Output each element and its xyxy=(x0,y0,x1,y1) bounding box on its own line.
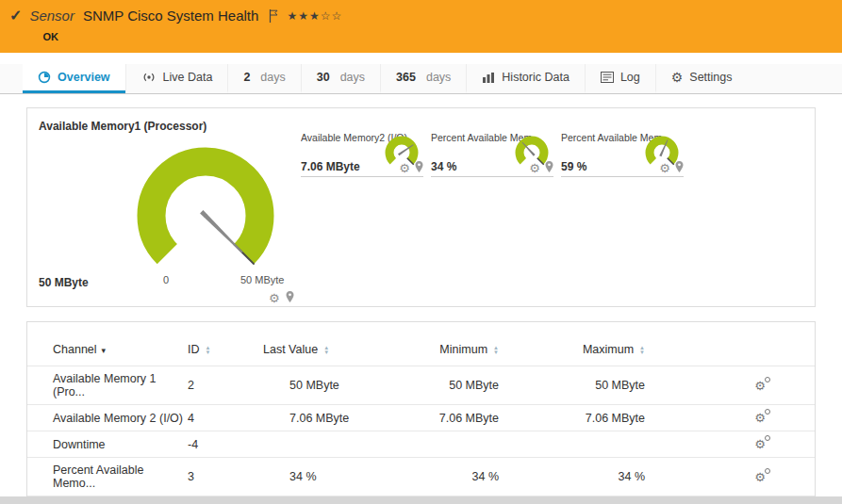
gauge-available-memory2: Available Memory2 (I/O) 7.06 MByte ⚙ xyxy=(301,132,423,177)
prtg-sensor-page: ✓ Sensor SNMP Cisco System Health ★★★☆☆ … xyxy=(0,0,842,504)
sort-icon: ▲▼ xyxy=(493,346,499,355)
channel-id: 4 xyxy=(188,405,263,431)
channel-id: 2 xyxy=(188,366,263,405)
col-label: Minimum xyxy=(439,343,487,356)
tab-historic-data[interactable]: Historic Data xyxy=(466,64,585,93)
stars-filled: ★★★ xyxy=(287,9,320,23)
gauge-value: 34 % xyxy=(431,160,456,173)
channel-settings-gear-icon[interactable]: ⚙ xyxy=(754,470,766,484)
tab-unit: days xyxy=(260,71,285,84)
col-header-maximum[interactable]: Maximum▲▼ xyxy=(499,322,645,366)
channel-id: 3 xyxy=(188,458,263,496)
gauge-scale-max: 50 MByte xyxy=(240,274,284,285)
col-label: Channel xyxy=(53,343,97,356)
sort-icon: ▲▼ xyxy=(323,346,329,355)
col-header-id[interactable]: ID▲▼ xyxy=(188,322,263,366)
bar-chart-icon xyxy=(482,72,495,84)
tab-unit: days xyxy=(426,71,451,84)
channel-minimum xyxy=(376,431,499,458)
sort-desc-icon: ▾ xyxy=(102,346,107,355)
col-header-channel[interactable]: Channel▾ xyxy=(27,322,188,366)
channel-name[interactable]: Downtime xyxy=(27,431,188,458)
tab-365-days[interactable]: 365 days xyxy=(380,64,466,93)
tab-live-data[interactable]: Live Data xyxy=(125,64,228,93)
gauge-settings-gear-icon[interactable]: ⚙ xyxy=(399,162,410,174)
bottom-scroll-strip[interactable] xyxy=(0,496,842,504)
tab-label: Settings xyxy=(689,71,732,84)
tab-log[interactable]: Log xyxy=(585,64,655,93)
channel-name[interactable]: Percent Available Memo... xyxy=(27,458,188,496)
col-header-minimum[interactable]: Minimum▲▼ xyxy=(376,322,499,366)
tab-num: 30 xyxy=(317,71,330,84)
tab-num: 2 xyxy=(243,71,250,84)
channel-maximum: 34 % xyxy=(499,458,645,496)
live-data-icon xyxy=(141,71,157,84)
channel-maximum xyxy=(499,431,645,458)
channel-last-value: 50 MByte xyxy=(263,366,376,405)
flag-icon[interactable] xyxy=(269,9,278,23)
table-row: Percent Available Memo... 3 34 % 34 % 34… xyxy=(27,458,815,496)
sensor-title: SNMP Cisco System Health xyxy=(83,8,258,24)
tab-overview[interactable]: Overview xyxy=(23,64,125,93)
sort-icon: ▲▼ xyxy=(639,346,645,355)
gauge-pin-icon[interactable] xyxy=(675,159,684,176)
gauge-available-memory1: Available Memory1 (Processor) 0 50 MByte… xyxy=(37,118,297,297)
gauge-percent-available-memory-1: Percent Available Mem... 34 % ⚙ xyxy=(431,132,553,177)
sensor-header: ✓ Sensor SNMP Cisco System Health ★★★☆☆ … xyxy=(0,0,842,53)
log-list-icon xyxy=(601,72,614,83)
tab-label: Overview xyxy=(58,71,110,84)
channel-maximum: 7.06 MByte xyxy=(499,405,645,431)
gauge-percent-available-memory-2: Percent Available Mem... 59 % ⚙ xyxy=(561,132,684,177)
gauge-title: Available Memory1 (Processor) xyxy=(39,120,206,133)
table-header-row: Channel▾ ID▲▼ Last Value▲▼ Minimum▲▼ Max… xyxy=(27,322,815,366)
gauge-needle xyxy=(200,210,244,254)
tab-num: 365 xyxy=(396,71,416,84)
col-label: ID xyxy=(188,343,200,356)
tab-30-days[interactable]: 30 days xyxy=(301,64,380,93)
gauge-settings-gear-icon[interactable]: ⚙ xyxy=(659,162,670,174)
table-row: Available Memory 2 (I/O) 4 7.06 MByte 7.… xyxy=(27,405,815,431)
gauge-value: 59 % xyxy=(561,160,586,173)
table-row: Downtime -4 ⚙ xyxy=(27,431,815,458)
gauge-settings-gear-icon[interactable]: ⚙ xyxy=(269,292,280,304)
channel-last-value: 7.06 MByte xyxy=(263,405,376,431)
tab-bar: Overview Live Data 2 days 30 days 365 da… xyxy=(0,64,842,94)
header-main: Sensor SNMP Cisco System Health ★★★☆☆ OK xyxy=(29,8,342,42)
gauge-settings-gear-icon[interactable]: ⚙ xyxy=(529,162,540,174)
tab-label: Historic Data xyxy=(502,71,570,84)
gauge-pin-icon[interactable] xyxy=(286,289,294,306)
gear-icon: ⚙ xyxy=(671,71,684,84)
channel-id: -4 xyxy=(188,431,263,458)
tab-label: Live Data xyxy=(163,71,213,84)
channel-last-value: 34 % xyxy=(263,458,376,496)
stars-empty: ☆☆ xyxy=(321,9,343,23)
channels-table: Channel▾ ID▲▼ Last Value▲▼ Minimum▲▼ Max… xyxy=(27,322,815,504)
tab-label: Log xyxy=(620,71,640,84)
channel-minimum: 7.06 MByte xyxy=(376,405,499,431)
tab-2-days[interactable]: 2 days xyxy=(227,64,300,93)
gauge-pin-icon[interactable] xyxy=(545,159,553,176)
channel-settings-gear-icon[interactable]: ⚙ xyxy=(754,437,766,451)
channel-settings-gear-icon[interactable]: ⚙ xyxy=(754,411,766,425)
table-row: Available Memory 1 (Pro... 2 50 MByte 50… xyxy=(27,366,815,405)
priority-stars[interactable]: ★★★☆☆ xyxy=(287,9,342,23)
channel-name[interactable]: Available Memory 1 (Pro... xyxy=(27,366,188,405)
gauge-value: 7.06 MByte xyxy=(301,160,360,173)
channel-maximum: 50 MByte xyxy=(499,366,645,405)
col-header-last-value[interactable]: Last Value▲▼ xyxy=(263,322,376,366)
col-label: Maximum xyxy=(583,343,634,356)
sensor-kind-label: Sensor xyxy=(29,8,74,24)
tab-unit: days xyxy=(340,71,365,84)
tab-settings[interactable]: ⚙ Settings xyxy=(655,64,748,93)
channel-settings-gear-icon[interactable]: ⚙ xyxy=(754,379,766,393)
channel-name[interactable]: Available Memory 2 (I/O) xyxy=(27,405,188,431)
col-label: Last Value xyxy=(263,343,318,356)
gauge-pin-icon[interactable] xyxy=(415,159,423,176)
channel-last-value xyxy=(263,431,376,458)
channel-minimum: 50 MByte xyxy=(376,366,499,405)
status-ok-check-icon: ✓ xyxy=(9,8,22,24)
overview-icon xyxy=(38,71,51,84)
channels-table-panel: Channel▾ ID▲▼ Last Value▲▼ Minimum▲▼ Max… xyxy=(26,321,816,504)
channel-minimum: 34 % xyxy=(376,458,499,496)
status-badge: OK xyxy=(42,31,342,42)
